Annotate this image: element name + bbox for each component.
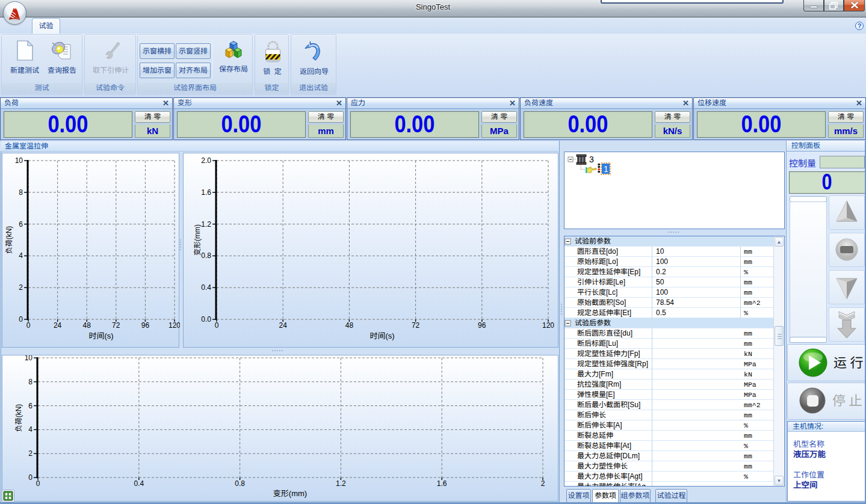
svg-text:24: 24: [54, 321, 62, 330]
svg-text:72: 72: [412, 321, 420, 330]
svg-text:2: 2: [541, 479, 545, 488]
svg-text:96: 96: [478, 321, 486, 330]
svg-text:120: 120: [169, 321, 180, 330]
svg-text:4: 4: [28, 425, 32, 434]
svg-text:0.8: 0.8: [201, 251, 211, 260]
svg-text:1.6: 1.6: [201, 188, 211, 197]
svg-text:48: 48: [83, 321, 91, 330]
svg-text:0: 0: [26, 321, 31, 330]
svg-text:1: 1: [604, 164, 608, 174]
svg-text:6: 6: [28, 402, 32, 410]
svg-text:4: 4: [19, 251, 23, 260]
svg-text:0.4: 0.4: [134, 479, 144, 488]
svg-text:0: 0: [36, 479, 40, 488]
svg-text:2.0: 2.0: [201, 156, 211, 165]
svg-text:72: 72: [112, 321, 120, 330]
svg-text:120: 120: [542, 321, 554, 330]
svg-text:负荷(kN): 负荷(kN): [5, 226, 13, 254]
svg-text:96: 96: [141, 321, 150, 330]
svg-text:0: 0: [19, 315, 23, 324]
svg-text:0.8: 0.8: [235, 479, 245, 488]
svg-text:0: 0: [215, 321, 219, 330]
svg-text:1.6: 1.6: [437, 479, 447, 488]
svg-text:3: 3: [589, 155, 594, 164]
svg-text:0.4: 0.4: [201, 283, 211, 292]
svg-text:变形(mm): 变形(mm): [193, 224, 202, 256]
svg-text:10: 10: [15, 156, 23, 165]
svg-text:运 行: 运 行: [834, 352, 864, 371]
svg-text:时间(s): 时间(s): [88, 331, 113, 340]
svg-text:0: 0: [28, 473, 32, 482]
svg-text:8: 8: [28, 378, 32, 386]
svg-text:1.2: 1.2: [336, 479, 346, 488]
svg-text:变形(mm): 变形(mm): [273, 489, 307, 498]
svg-text:时间(s): 时间(s): [370, 331, 394, 340]
svg-text:0.0: 0.0: [201, 315, 211, 324]
svg-text:6: 6: [19, 220, 23, 229]
svg-text:24: 24: [279, 321, 288, 330]
svg-text:8: 8: [19, 188, 23, 197]
svg-text:10: 10: [25, 355, 33, 362]
svg-text:1.2: 1.2: [201, 220, 211, 229]
svg-text:2: 2: [28, 449, 32, 458]
svg-text:停 止: 停 止: [832, 390, 862, 409]
svg-text:2: 2: [19, 283, 23, 292]
svg-text:48: 48: [345, 321, 354, 330]
svg-text:负荷(kN): 负荷(kN): [14, 404, 23, 432]
